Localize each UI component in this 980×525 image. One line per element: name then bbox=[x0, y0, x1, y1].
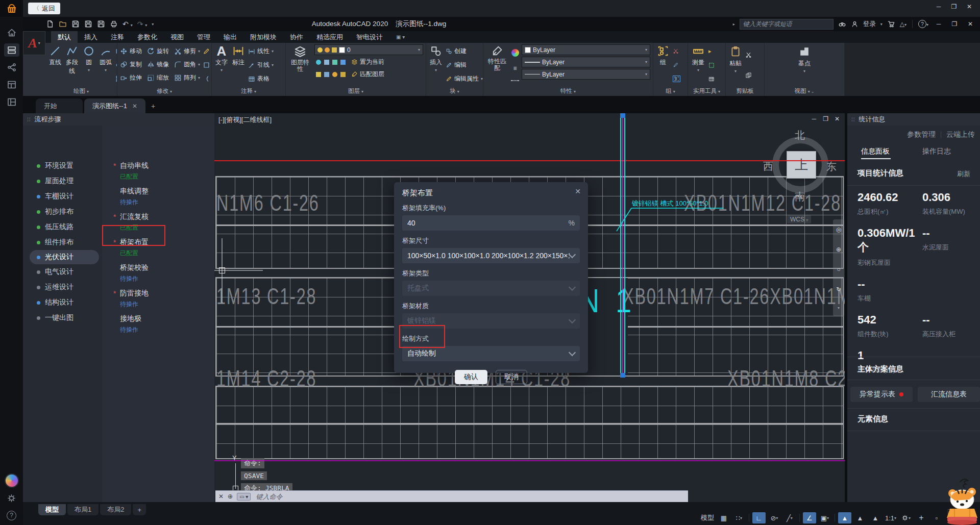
arc-button[interactable]: 圆弧▾ bbox=[99, 44, 113, 86]
draw-method-select[interactable]: 自动绘制 bbox=[402, 346, 580, 361]
dialog-close-icon[interactable]: ✕ bbox=[575, 187, 581, 195]
rotate-button[interactable]: 旋转 bbox=[147, 46, 169, 57]
ribbon-tab-annotate[interactable]: 注释 bbox=[104, 31, 131, 43]
share-nodes-icon[interactable] bbox=[0, 59, 23, 76]
polyline-button[interactable]: 多段线 bbox=[65, 44, 79, 86]
snap-toggle-icon[interactable]: ∷▾ bbox=[732, 512, 746, 523]
crosshair-icon[interactable]: + bbox=[915, 512, 928, 523]
home-icon[interactable] bbox=[0, 24, 23, 41]
paste-button[interactable]: 粘贴▾ bbox=[728, 44, 743, 86]
tab-model[interactable]: 模型 bbox=[38, 504, 66, 515]
ortho-toggle-icon[interactable]: ∟ bbox=[752, 512, 766, 523]
layer-tools-row1[interactable] bbox=[314, 58, 347, 66]
substep-string-adjust[interactable]: *串线调整待操作 bbox=[102, 187, 214, 212]
compass-west[interactable]: 西 bbox=[763, 160, 774, 173]
tab-drawing[interactable]: 演示图纸--1✕ bbox=[84, 98, 145, 113]
plugin-logo-icon[interactable] bbox=[0, 0, 23, 17]
basepoint-button[interactable]: 基点▾ bbox=[796, 44, 813, 86]
copy-clip-icon[interactable] bbox=[745, 72, 752, 79]
panel-view-label[interactable]: 视图 ▾ ⌄ bbox=[765, 87, 844, 96]
layout-left-icon[interactable] bbox=[0, 76, 23, 93]
step-om-design[interactable]: 运维设计 bbox=[23, 280, 102, 295]
cmd-locate-icon[interactable]: ⊕ bbox=[228, 493, 233, 500]
cancel-button[interactable]: 取消 bbox=[496, 370, 527, 384]
ribbon-tab-featured[interactable]: 精选应用 bbox=[310, 31, 350, 43]
linear-dim-button[interactable]: 线性▾ bbox=[248, 46, 274, 57]
step-one-key-export[interactable]: 一键出图 bbox=[23, 310, 102, 326]
panel-properties-label[interactable]: 特性 ▾ bbox=[483, 87, 653, 96]
new-tab-button[interactable]: + bbox=[151, 102, 155, 110]
layer-properties-button[interactable]: 图层特性 bbox=[288, 44, 312, 86]
step-electrical[interactable]: 电气设计 bbox=[23, 264, 102, 280]
panel-draw-label[interactable]: 绘图 ▾ bbox=[45, 87, 117, 96]
close-icon[interactable]: ✕ bbox=[962, 3, 977, 10]
copy-button[interactable]: 复制 bbox=[120, 59, 142, 70]
substep-tray-verify[interactable]: *桥架校验待操作 bbox=[102, 263, 214, 289]
acad-minimize-icon[interactable]: ─ bbox=[933, 20, 944, 28]
navigation-bar[interactable]: ◎ ⊕ ○ ↻ ▾ bbox=[833, 219, 844, 316]
object-snap-icon[interactable]: ▣▾ bbox=[818, 512, 831, 523]
user-avatar[interactable] bbox=[0, 472, 23, 489]
step-initial-layout[interactable]: 初步排布 bbox=[23, 204, 102, 219]
panel-annotate-label[interactable]: 注释 ▾ bbox=[212, 87, 285, 96]
hatch-icon[interactable]: ▾ bbox=[115, 75, 117, 83]
search-binoculars-icon[interactable] bbox=[838, 20, 846, 28]
layout-right-icon[interactable] bbox=[0, 93, 23, 111]
login-link[interactable]: 登录 bbox=[863, 20, 876, 29]
help-question-icon[interactable]: ?▾ bbox=[918, 20, 928, 29]
group-button[interactable]: 组 bbox=[656, 44, 670, 86]
element-info-section[interactable]: 元素信息 bbox=[857, 414, 888, 424]
panel-block-label[interactable]: 块 ▾ bbox=[426, 87, 483, 96]
measure-button[interactable]: 测量▾ bbox=[691, 44, 706, 86]
clean-screen-icon[interactable]: ▫ bbox=[930, 512, 943, 523]
create-block-button[interactable]: 创建 bbox=[446, 46, 483, 57]
erase-icon[interactable] bbox=[203, 47, 210, 55]
step-structure[interactable]: 结构设计 bbox=[23, 295, 102, 310]
lineweight-icon[interactable]: ≡ bbox=[513, 66, 517, 70]
osnap-tracking-icon[interactable]: ∠ bbox=[803, 512, 816, 523]
restore-icon[interactable]: ❐ bbox=[946, 3, 962, 10]
table-button[interactable]: 表格 bbox=[248, 73, 274, 84]
lineweight-select[interactable]: ByLayer▾ bbox=[522, 57, 650, 67]
doc-close-icon[interactable]: ✕ bbox=[835, 115, 840, 122]
step-lv-lines[interactable]: 低压线路 bbox=[23, 219, 102, 235]
calculator-icon[interactable] bbox=[708, 76, 715, 82]
group-select-icon[interactable] bbox=[673, 76, 680, 82]
explode-icon[interactable] bbox=[203, 61, 210, 69]
ungroup-icon[interactable] bbox=[673, 48, 680, 54]
nav-orbit-icon[interactable]: ↻ bbox=[836, 286, 841, 293]
ribbon-tab-smart-electric[interactable]: 智电设计 bbox=[350, 31, 389, 43]
fillet-button[interactable]: 圆角▾ bbox=[174, 59, 200, 70]
minimize-icon[interactable]: ─ bbox=[931, 3, 946, 10]
annotation-visibility-icon[interactable]: ▲ bbox=[838, 512, 851, 523]
layer-tools-row2[interactable] bbox=[314, 70, 347, 79]
panel-utilities-label[interactable]: 实用工具 ▾ bbox=[688, 87, 725, 96]
abnormal-tips-button[interactable]: 异常提示表 bbox=[850, 387, 913, 402]
customize-gear-icon[interactable]: ▾ bbox=[899, 512, 913, 523]
step-module-layout[interactable]: 组件排布 bbox=[23, 235, 102, 250]
mirror-button[interactable]: 镜像 bbox=[147, 59, 169, 70]
ribbon-tab-collaborate[interactable]: 协作 bbox=[283, 31, 310, 43]
param-manage-link[interactable]: 参数管理 bbox=[907, 130, 936, 139]
move-button[interactable]: 移动 bbox=[120, 46, 142, 57]
refresh-button[interactable]: 刷新 bbox=[957, 169, 970, 179]
substep-lightning-ground[interactable]: *防雷接地待操作 bbox=[102, 289, 214, 314]
array-button[interactable]: 阵列▾ bbox=[174, 72, 200, 83]
substep-ground-electrode[interactable]: *接地极待操作 bbox=[102, 314, 214, 340]
viewport-controls[interactable]: [-][俯视][二维线框] bbox=[218, 115, 272, 124]
stretch-button[interactable]: 拉伸 bbox=[120, 72, 142, 83]
dimension-button[interactable]: 标注 bbox=[231, 44, 246, 86]
help-icon[interactable]: ? bbox=[0, 507, 23, 524]
nav-zoom-icon[interactable]: ○ bbox=[837, 266, 840, 273]
polar-tracking-icon[interactable]: ⊘▾ bbox=[768, 512, 781, 523]
offset-icon[interactable] bbox=[203, 75, 210, 83]
ribbon-tab-manage[interactable]: 管理 bbox=[190, 31, 217, 43]
tab-layout1[interactable]: 布局1 bbox=[67, 504, 99, 515]
tray-size-select[interactable]: 100×50×1.0 100×100×1.0 200×100×1.2 200×1… bbox=[402, 248, 580, 263]
doc-minimize-icon[interactable]: ─ bbox=[812, 115, 816, 122]
tab-start[interactable]: 开始 bbox=[36, 98, 83, 113]
ribbon-tab-default[interactable]: 默认 bbox=[51, 31, 78, 43]
acad-close-icon[interactable]: ✕ bbox=[965, 20, 976, 28]
substep-auto-string[interactable]: *自动串线已配置 bbox=[102, 161, 214, 187]
linetype-select[interactable]: ByLayer▾ bbox=[522, 69, 650, 80]
